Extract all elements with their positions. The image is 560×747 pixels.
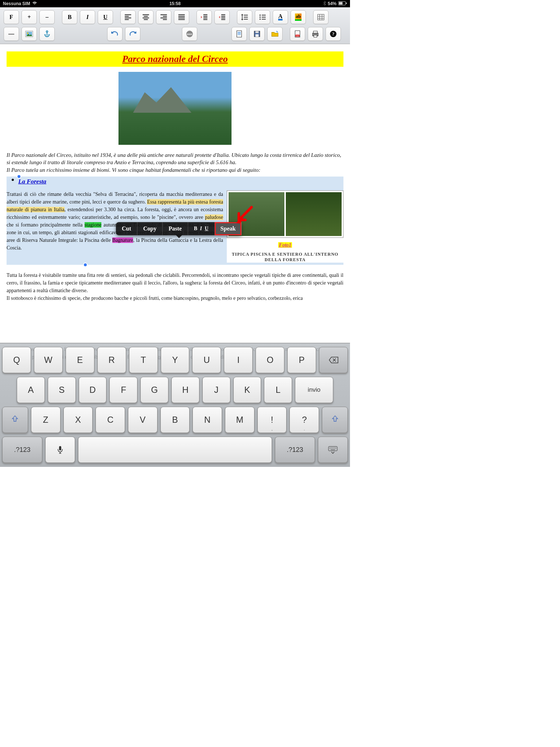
anchor-button[interactable] (39, 27, 55, 41)
hr-button[interactable]: — (4, 27, 19, 41)
clock: 15:58 (170, 1, 181, 6)
key-o[interactable]: O (256, 347, 284, 373)
print-button[interactable] (308, 27, 323, 41)
key-backspace[interactable] (319, 347, 348, 373)
paragraph-2: Tutta la foresta è visitabile tramite un… (7, 271, 343, 302)
key-numbers-right[interactable]: .?123 (275, 437, 315, 463)
key-q[interactable]: Q (2, 347, 31, 373)
svg-rect-13 (237, 31, 241, 37)
key-shift-left[interactable] (2, 407, 28, 433)
bold-button[interactable]: B (62, 10, 77, 24)
key-f[interactable]: F (109, 377, 137, 403)
kbd-row-1: Q W E R T Y U I O P (2, 347, 348, 373)
key-dictation[interactable] (45, 437, 75, 463)
increase-button[interactable]: + (22, 10, 37, 24)
selection-handle-start[interactable] (17, 174, 21, 179)
figure-label: Foto1 (278, 242, 292, 248)
bullet-list-button[interactable] (255, 10, 270, 24)
svg-rect-25 (59, 446, 61, 450)
status-bar: Nessuna SIM 15:58 54% (0, 0, 350, 7)
key-w[interactable]: W (34, 347, 63, 373)
key-h[interactable]: H (171, 377, 199, 403)
key-d[interactable]: D (79, 377, 107, 403)
selection-handle-end[interactable] (83, 263, 88, 267)
help-button[interactable]: ? (326, 27, 341, 41)
key-l[interactable]: L (264, 377, 292, 403)
key-comma[interactable]: !, (257, 407, 287, 433)
svg-rect-22 (314, 35, 317, 37)
key-k[interactable]: K (233, 377, 261, 403)
figure-caption: tipica piscina e sentiero all'interno de… (227, 252, 343, 263)
key-x[interactable]: X (63, 407, 93, 433)
key-i[interactable]: I (224, 347, 253, 373)
selection-block: La Foresta Trattasi di ciò che rimane de… (7, 177, 343, 265)
font-color-button[interactable]: A (273, 10, 288, 24)
decrease-button[interactable]: – (39, 10, 55, 24)
key-m[interactable]: M (225, 407, 254, 433)
key-t[interactable]: T (129, 347, 158, 373)
key-r[interactable]: R (97, 347, 126, 373)
svg-point-4 (260, 16, 261, 18)
figure-image-2 (286, 192, 342, 236)
italic-button[interactable]: I (80, 10, 95, 24)
key-z[interactable]: Z (31, 407, 61, 433)
pdf-button[interactable]: PDF (290, 27, 305, 41)
hero-image (118, 72, 232, 145)
ctx-paste[interactable]: Paste (163, 222, 188, 235)
key-a[interactable]: A (17, 377, 45, 403)
key-c[interactable]: C (96, 407, 125, 433)
key-period[interactable]: ?. (289, 407, 319, 433)
key-return[interactable]: invio (295, 377, 333, 403)
svg-text:HIDE: HIDE (187, 33, 192, 35)
svg-point-3 (260, 15, 261, 16)
highlight-color-button[interactable]: ab (291, 10, 306, 24)
bluetooth-icon (323, 1, 326, 7)
battery-label: 54% (328, 1, 337, 6)
hide-button[interactable]: HIDE (182, 27, 197, 41)
kbd-row-2: A S D F G H J K L invio (2, 377, 348, 403)
align-center-button[interactable] (138, 10, 153, 24)
battery-icon (338, 1, 347, 7)
key-g[interactable]: G (140, 377, 168, 403)
document-area[interactable]: Parco nazionale del Circeo Il Parco nazi… (0, 44, 350, 309)
line-spacing-button[interactable] (237, 10, 252, 24)
key-shift-right[interactable] (322, 407, 348, 433)
ctx-copy[interactable]: Copy (137, 222, 163, 235)
underline-button[interactable]: U (98, 10, 113, 24)
key-s[interactable]: S (48, 377, 76, 403)
undo-button[interactable] (107, 27, 122, 41)
svg-rect-1 (339, 2, 343, 4)
open-button[interactable] (267, 27, 283, 41)
carrier-label: Nessuna SIM (3, 1, 30, 6)
key-y[interactable]: Y (161, 347, 190, 373)
key-space[interactable] (78, 437, 272, 463)
key-u[interactable]: U (192, 347, 221, 373)
section-heading: La Foresta (18, 178, 343, 185)
align-justify-button[interactable] (174, 10, 189, 24)
key-hide-keyboard[interactable] (318, 437, 348, 463)
ctx-biu[interactable]: B I U (188, 222, 215, 235)
key-b[interactable]: B (160, 407, 190, 433)
svg-point-5 (260, 19, 261, 20)
key-v[interactable]: V (128, 407, 158, 433)
outdent-button[interactable] (197, 10, 212, 24)
key-j[interactable]: J (202, 377, 230, 403)
redo-button[interactable] (125, 27, 140, 41)
keyboard: La foresta ospita una ricca fauna: vi si… (0, 343, 350, 467)
ctx-cut[interactable]: Cut (116, 222, 137, 235)
align-left-button[interactable] (120, 10, 136, 24)
key-e[interactable]: E (66, 347, 94, 373)
save-button[interactable] (249, 27, 265, 41)
key-n[interactable]: N (192, 407, 222, 433)
title-highlight: Parco nazionale del Circeo (7, 51, 343, 67)
font-button[interactable]: F (4, 10, 19, 24)
align-right-button[interactable] (156, 10, 171, 24)
table-button[interactable] (313, 10, 328, 24)
key-p[interactable]: P (287, 347, 316, 373)
image-button[interactable] (22, 27, 37, 41)
indent-button[interactable] (214, 10, 230, 24)
new-doc-button[interactable] (232, 27, 247, 41)
svg-text:PDF: PDF (296, 35, 299, 37)
key-numbers-left[interactable]: .?123 (2, 437, 42, 463)
annotation-arrow-icon (233, 205, 255, 227)
